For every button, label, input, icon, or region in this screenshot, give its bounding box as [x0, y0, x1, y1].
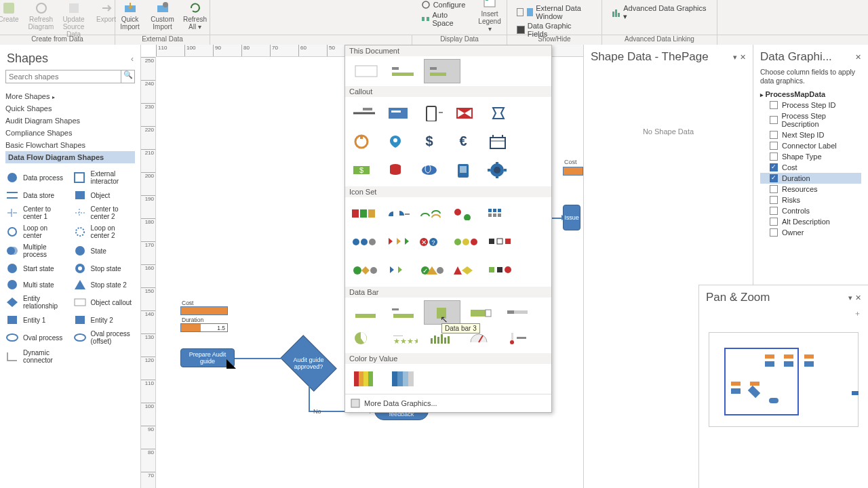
gallery-item[interactable]	[416, 157, 448, 184]
collapse-shapes-icon[interactable]: ‹	[131, 54, 134, 64]
gallery-item[interactable]	[450, 100, 482, 127]
field-checkbox[interactable]: Process Step ID	[760, 100, 861, 110]
stencil-item[interactable]: Oval process (offset)	[72, 329, 137, 346]
stencil-item[interactable]: Multi state	[4, 277, 69, 292]
gallery-item[interactable]	[348, 367, 384, 391]
configure-button[interactable]: Configure	[421, 0, 468, 9]
gallery-item[interactable]	[382, 257, 414, 284]
flowchart-node[interactable]: Issue	[563, 205, 580, 230]
gallery-item[interactable]	[382, 157, 414, 184]
gallery-item[interactable]	[416, 100, 448, 127]
gallery-item[interactable]	[484, 228, 516, 256]
gallery-item[interactable]	[382, 200, 414, 227]
gallery-item[interactable]	[450, 200, 482, 227]
field-checkbox[interactable]: Process Step Description	[760, 110, 861, 129]
quick-shapes-link[interactable]: Quick Shapes	[5, 102, 135, 115]
gallery-item[interactable]: $	[416, 128, 448, 155]
gallery-item[interactable]	[500, 326, 536, 350]
gallery-item[interactable]	[348, 59, 384, 83]
field-checkbox[interactable]: Alt Description	[760, 216, 861, 227]
gallery-item[interactable]: ✕?	[416, 228, 448, 256]
pan-zoom-view[interactable]	[709, 332, 859, 427]
field-checkbox[interactable]: Connector Label	[760, 140, 861, 151]
basic-flowchart-link[interactable]: Basic Flowchart Shapes	[5, 139, 135, 151]
gallery-item[interactable]	[500, 300, 536, 325]
gallery-item[interactable]	[382, 128, 414, 155]
gallery-item[interactable]	[416, 200, 448, 227]
gallery-item[interactable]	[386, 300, 422, 325]
field-checkbox[interactable]: Next Step ID	[760, 129, 861, 140]
custom-import-button[interactable]: Custom Import	[148, 0, 178, 30]
panel-dropdown-icon[interactable]: ▾	[848, 293, 852, 302]
field-checkbox[interactable]: Resources	[760, 184, 861, 195]
gallery-item[interactable]: €	[450, 128, 482, 155]
gallery-item[interactable]	[348, 326, 384, 350]
more-data-graphics-button[interactable]: More Data Graphics...	[345, 394, 551, 412]
gallery-item[interactable]	[348, 100, 380, 127]
field-checkbox[interactable]: Risks	[760, 195, 861, 205]
field-checkbox[interactable]: Owner	[760, 227, 861, 238]
stencil-item[interactable]: Entity 2	[72, 312, 137, 327]
field-checkbox[interactable]: Controls	[760, 205, 861, 216]
gallery-item[interactable]	[348, 300, 384, 325]
field-checkbox[interactable]: Duration	[760, 173, 861, 184]
stencil-item[interactable]: Object	[72, 188, 137, 203]
gallery-item[interactable]	[348, 128, 380, 155]
gallery-item[interactable]	[450, 257, 482, 284]
stencil-item[interactable]: Data process	[4, 169, 69, 186]
drawing-canvas[interactable]: 110100908070605040 250240230220210200190…	[141, 45, 583, 488]
stencil-item[interactable]: Stop state 2	[72, 277, 137, 292]
more-shapes-link[interactable]: More Shapes▸	[5, 90, 135, 102]
stencil-item[interactable]: Dynamic connector	[4, 348, 69, 365]
gallery-item[interactable]	[348, 200, 380, 227]
close-icon[interactable]: ✕	[855, 53, 861, 62]
advanced-data-graphics-button[interactable]: Advanced Data Graphics ▾	[612, 4, 707, 21]
close-icon[interactable]: ✕	[855, 293, 861, 302]
stencil-item[interactable]: Start state	[4, 261, 69, 276]
gallery-item[interactable]	[462, 300, 498, 325]
panel-dropdown-icon[interactable]: ▾	[733, 53, 737, 62]
stencil-item[interactable]: Object callout	[72, 293, 137, 311]
stencil-item[interactable]: State	[72, 242, 137, 260]
stencil-item[interactable]: Center to center 2	[72, 204, 137, 222]
gallery-item[interactable]	[484, 257, 516, 284]
gallery-item[interactable]	[348, 228, 380, 256]
refresh-diagram-button[interactable]: Refresh Diagram	[26, 0, 56, 30]
stencil-item[interactable]: Loop on center 2	[72, 223, 137, 241]
gallery-item[interactable]: ✓	[416, 257, 448, 284]
gallery-item[interactable]	[382, 228, 414, 256]
stencil-item[interactable]: External interactor	[72, 169, 137, 186]
compliance-shapes-link[interactable]: Compliance Shapes	[5, 127, 135, 139]
stencil-item[interactable]: Entity 1	[4, 312, 69, 327]
update-source-button[interactable]: Update Source Data	[59, 0, 89, 38]
zoom-in-icon[interactable]: ＋	[854, 309, 861, 317]
gallery-item[interactable]	[450, 157, 482, 184]
refresh-all-button[interactable]: Refresh All ▾	[180, 0, 210, 30]
stencil-item[interactable]: Data store	[4, 188, 69, 203]
gallery-item[interactable]	[484, 100, 516, 127]
search-icon[interactable]: 🔍	[121, 70, 135, 83]
data-graphic-fields-toggle[interactable]: Data Graphic Fields	[517, 22, 592, 38]
stencil-item[interactable]: Loop on center	[4, 223, 69, 241]
create-button[interactable]: Create	[0, 0, 24, 23]
auto-space-button[interactable]: Auto Space	[421, 11, 468, 27]
gallery-item[interactable]	[484, 200, 516, 227]
gallery-item[interactable]	[484, 157, 516, 184]
gallery-item[interactable]	[382, 100, 414, 127]
gallery-item[interactable]	[424, 300, 460, 325]
stencil-item[interactable]: Stop state	[72, 261, 137, 276]
gallery-item[interactable]	[484, 128, 516, 155]
export-button[interactable]: Export	[92, 0, 121, 23]
gallery-item[interactable]	[386, 367, 422, 391]
field-checkbox[interactable]: Shape Type	[760, 151, 861, 162]
search-shapes-input[interactable]	[5, 70, 121, 83]
data-flow-diagram-link[interactable]: Data Flow Diagram Shapes	[5, 151, 135, 163]
stencil-item[interactable]: Oval process	[4, 329, 69, 346]
external-data-window-toggle[interactable]: External Data Window	[517, 4, 592, 20]
insert-legend-button[interactable]: Insert Legend ▾	[476, 0, 504, 33]
gallery-item[interactable]	[424, 59, 460, 83]
close-icon[interactable]: ✕	[740, 53, 746, 62]
gallery-item[interactable]	[348, 257, 380, 284]
audit-diagram-link[interactable]: Audit Diagram Shapes	[5, 115, 135, 127]
gallery-item[interactable]: $	[348, 157, 380, 184]
